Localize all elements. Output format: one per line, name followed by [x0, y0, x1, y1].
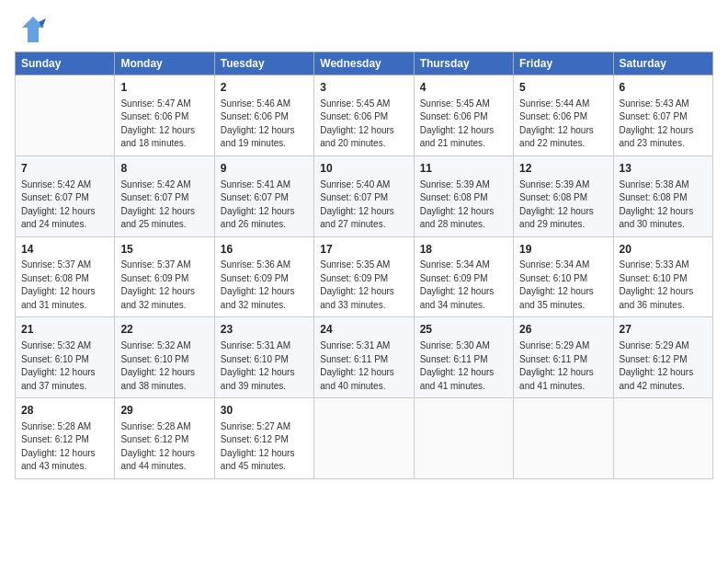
- day-info: Sunrise: 5:47 AM Sunset: 6:06 PM Dayligh…: [120, 98, 208, 151]
- day-info: Sunrise: 5:44 AM Sunset: 6:06 PM Dayligh…: [519, 98, 607, 151]
- column-header-wednesday: Wednesday: [314, 52, 414, 75]
- day-info: Sunrise: 5:31 AM Sunset: 6:11 PM Dayligh…: [320, 339, 407, 393]
- calendar-cell: 2Sunrise: 5:46 AM Sunset: 6:06 PM Daylig…: [214, 75, 313, 156]
- logo: [15, 15, 46, 48]
- day-number: 24: [320, 322, 407, 338]
- calendar-cell: 29Sunrise: 5:28 AM Sunset: 6:12 PM Dayli…: [115, 398, 214, 479]
- day-info: Sunrise: 5:32 AM Sunset: 6:10 PM Dayligh…: [21, 339, 108, 393]
- day-number: 25: [420, 322, 507, 338]
- calendar-cell: 25Sunrise: 5:30 AM Sunset: 6:11 PM Dayli…: [414, 317, 513, 398]
- day-info: Sunrise: 5:39 AM Sunset: 6:08 PM Dayligh…: [420, 178, 507, 232]
- calendar-cell: 5Sunrise: 5:44 AM Sunset: 6:06 PM Daylig…: [514, 75, 613, 156]
- day-info: Sunrise: 5:41 AM Sunset: 6:07 PM Dayligh…: [221, 178, 308, 232]
- calendar-cell: [16, 75, 115, 156]
- calendar-week-1: 1Sunrise: 5:47 AM Sunset: 6:06 PM Daylig…: [16, 75, 713, 156]
- calendar-cell: [314, 398, 414, 479]
- calendar-cell: 4Sunrise: 5:45 AM Sunset: 6:06 PM Daylig…: [414, 75, 513, 156]
- day-number: 23: [221, 322, 308, 338]
- column-header-saturday: Saturday: [613, 52, 712, 75]
- day-number: 20: [620, 242, 707, 258]
- day-info: Sunrise: 5:42 AM Sunset: 6:07 PM Dayligh…: [21, 178, 108, 232]
- calendar-week-4: 21Sunrise: 5:32 AM Sunset: 6:10 PM Dayli…: [16, 317, 713, 398]
- day-number: 12: [519, 161, 607, 177]
- day-info: Sunrise: 5:35 AM Sunset: 6:09 PM Dayligh…: [320, 259, 407, 312]
- day-info: Sunrise: 5:36 AM Sunset: 6:09 PM Dayligh…: [221, 259, 308, 312]
- calendar-cell: 27Sunrise: 5:29 AM Sunset: 6:12 PM Dayli…: [613, 317, 712, 398]
- column-header-tuesday: Tuesday: [214, 52, 313, 75]
- day-number: 22: [120, 322, 208, 338]
- day-number: 8: [120, 161, 208, 177]
- day-number: 19: [519, 242, 607, 258]
- calendar-cell: 10Sunrise: 5:40 AM Sunset: 6:07 PM Dayli…: [314, 155, 414, 236]
- calendar-cell: [613, 398, 712, 479]
- day-number: 30: [221, 403, 308, 419]
- calendar-week-5: 28Sunrise: 5:28 AM Sunset: 6:12 PM Dayli…: [16, 398, 713, 479]
- day-number: 1: [120, 80, 208, 96]
- day-info: Sunrise: 5:42 AM Sunset: 6:07 PM Dayligh…: [120, 178, 208, 232]
- calendar-table: SundayMondayTuesdayWednesdayThursdayFrid…: [15, 52, 713, 479]
- day-number: 4: [420, 80, 507, 96]
- calendar-header-row: SundayMondayTuesdayWednesdayThursdayFrid…: [16, 52, 713, 75]
- day-number: 9: [221, 161, 308, 177]
- page-header: [15, 15, 713, 48]
- day-number: 17: [320, 242, 407, 258]
- calendar-cell: 9Sunrise: 5:41 AM Sunset: 6:07 PM Daylig…: [214, 155, 313, 236]
- day-info: Sunrise: 5:30 AM Sunset: 6:11 PM Dayligh…: [420, 339, 507, 393]
- day-info: Sunrise: 5:37 AM Sunset: 6:09 PM Dayligh…: [120, 259, 208, 312]
- day-number: 6: [620, 80, 707, 96]
- day-info: Sunrise: 5:33 AM Sunset: 6:10 PM Dayligh…: [620, 259, 707, 312]
- day-number: 10: [320, 161, 407, 177]
- day-info: Sunrise: 5:38 AM Sunset: 6:08 PM Dayligh…: [620, 178, 707, 232]
- calendar-cell: 20Sunrise: 5:33 AM Sunset: 6:10 PM Dayli…: [613, 236, 712, 317]
- day-info: Sunrise: 5:29 AM Sunset: 6:11 PM Dayligh…: [519, 339, 607, 393]
- column-header-friday: Friday: [514, 52, 613, 75]
- day-number: 7: [21, 161, 108, 177]
- day-number: 26: [519, 322, 607, 338]
- calendar-cell: 3Sunrise: 5:45 AM Sunset: 6:06 PM Daylig…: [314, 75, 414, 156]
- day-number: 29: [120, 403, 208, 419]
- day-number: 21: [21, 322, 108, 338]
- day-number: 18: [420, 242, 507, 258]
- day-number: 28: [21, 403, 108, 419]
- calendar-cell: 6Sunrise: 5:43 AM Sunset: 6:07 PM Daylig…: [613, 75, 712, 156]
- day-info: Sunrise: 5:27 AM Sunset: 6:12 PM Dayligh…: [221, 420, 308, 474]
- calendar-cell: 12Sunrise: 5:39 AM Sunset: 6:08 PM Dayli…: [514, 155, 613, 236]
- day-info: Sunrise: 5:28 AM Sunset: 6:12 PM Dayligh…: [120, 420, 208, 474]
- day-info: Sunrise: 5:34 AM Sunset: 6:09 PM Dayligh…: [420, 259, 507, 312]
- calendar-cell: 14Sunrise: 5:37 AM Sunset: 6:08 PM Dayli…: [16, 236, 115, 317]
- column-header-monday: Monday: [115, 52, 214, 75]
- calendar-cell: 8Sunrise: 5:42 AM Sunset: 6:07 PM Daylig…: [115, 155, 214, 236]
- day-info: Sunrise: 5:28 AM Sunset: 6:12 PM Dayligh…: [21, 420, 108, 474]
- calendar-cell: 22Sunrise: 5:32 AM Sunset: 6:10 PM Dayli…: [115, 317, 214, 398]
- day-number: 14: [21, 242, 108, 258]
- day-number: 27: [620, 322, 707, 338]
- day-number: 16: [221, 242, 308, 258]
- calendar-cell: 11Sunrise: 5:39 AM Sunset: 6:08 PM Dayli…: [414, 155, 513, 236]
- calendar-cell: 23Sunrise: 5:31 AM Sunset: 6:10 PM Dayli…: [214, 317, 313, 398]
- day-number: 13: [620, 161, 707, 177]
- calendar-cell: 15Sunrise: 5:37 AM Sunset: 6:09 PM Dayli…: [115, 236, 214, 317]
- day-info: Sunrise: 5:40 AM Sunset: 6:07 PM Dayligh…: [320, 178, 407, 232]
- day-info: Sunrise: 5:39 AM Sunset: 6:08 PM Dayligh…: [519, 178, 607, 232]
- day-info: Sunrise: 5:37 AM Sunset: 6:08 PM Dayligh…: [21, 259, 108, 312]
- svg-marker-0: [22, 17, 44, 42]
- day-info: Sunrise: 5:45 AM Sunset: 6:06 PM Dayligh…: [420, 98, 507, 151]
- day-info: Sunrise: 5:34 AM Sunset: 6:10 PM Dayligh…: [519, 259, 607, 312]
- column-header-sunday: Sunday: [16, 52, 115, 75]
- calendar-cell: 13Sunrise: 5:38 AM Sunset: 6:08 PM Dayli…: [613, 155, 712, 236]
- calendar-cell: 17Sunrise: 5:35 AM Sunset: 6:09 PM Dayli…: [314, 236, 414, 317]
- day-info: Sunrise: 5:46 AM Sunset: 6:06 PM Dayligh…: [221, 98, 308, 151]
- calendar-cell: 24Sunrise: 5:31 AM Sunset: 6:11 PM Dayli…: [314, 317, 414, 398]
- day-info: Sunrise: 5:45 AM Sunset: 6:06 PM Dayligh…: [320, 98, 407, 151]
- column-header-thursday: Thursday: [414, 52, 513, 75]
- day-info: Sunrise: 5:32 AM Sunset: 6:10 PM Dayligh…: [120, 339, 208, 393]
- calendar-cell: 7Sunrise: 5:42 AM Sunset: 6:07 PM Daylig…: [16, 155, 115, 236]
- calendar-cell: [514, 398, 613, 479]
- calendar-cell: 30Sunrise: 5:27 AM Sunset: 6:12 PM Dayli…: [214, 398, 313, 479]
- calendar-cell: 21Sunrise: 5:32 AM Sunset: 6:10 PM Dayli…: [16, 317, 115, 398]
- day-number: 3: [320, 80, 407, 96]
- calendar-cell: 26Sunrise: 5:29 AM Sunset: 6:11 PM Dayli…: [514, 317, 613, 398]
- day-number: 2: [221, 80, 308, 96]
- calendar-cell: [414, 398, 513, 479]
- day-number: 11: [420, 161, 507, 177]
